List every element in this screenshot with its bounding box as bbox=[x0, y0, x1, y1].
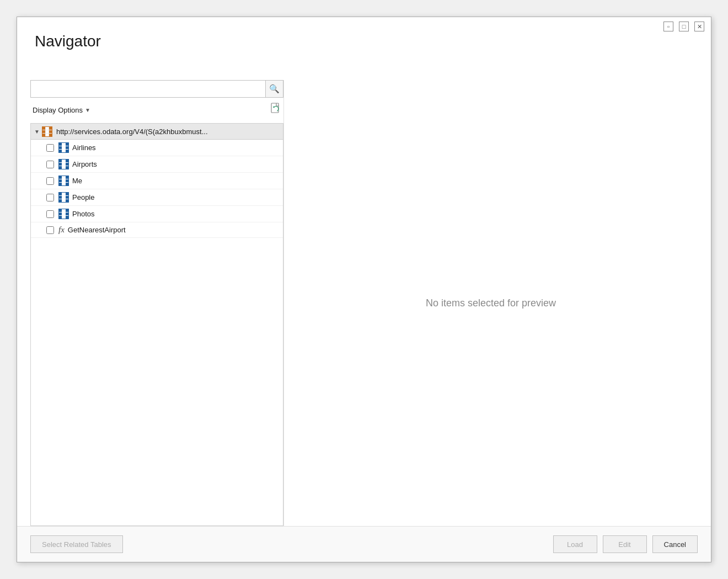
table-icon bbox=[58, 176, 69, 186]
no-preview-text: No items selected for preview bbox=[426, 298, 556, 309]
list-item[interactable]: Airlines bbox=[31, 140, 283, 156]
display-options-label: Display Options bbox=[33, 106, 83, 114]
display-options-button[interactable]: Display Options ▼ bbox=[30, 105, 93, 115]
chevron-down-icon: ▼ bbox=[85, 107, 90, 113]
tree-root-item[interactable]: ▼ http: bbox=[31, 124, 283, 140]
search-icon: 🔍 bbox=[269, 84, 280, 94]
search-button[interactable]: 🔍 bbox=[266, 80, 283, 98]
tree-item-label: People bbox=[72, 193, 94, 201]
table-icon bbox=[58, 209, 69, 219]
footer-right: Load Edit Cancel bbox=[553, 535, 698, 553]
list-item[interactable]: Me bbox=[31, 173, 283, 189]
document-icon bbox=[270, 103, 281, 117]
close-button[interactable]: ✕ bbox=[694, 22, 704, 31]
footer-left: Select Related Tables bbox=[30, 535, 123, 553]
tree-container: ▼ http: bbox=[30, 123, 283, 526]
function-icon: fx bbox=[58, 225, 65, 235]
tree-item-label: Photos bbox=[72, 210, 94, 218]
minimize-button[interactable]: ▫ bbox=[663, 22, 673, 31]
cancel-button[interactable]: Cancel bbox=[652, 535, 698, 553]
page-title: Navigator bbox=[35, 33, 101, 50]
table-icon bbox=[58, 159, 69, 169]
list-item[interactable]: Airports bbox=[31, 156, 283, 173]
list-item[interactable]: People bbox=[31, 189, 283, 206]
title-bar-controls: ▫ □ ✕ bbox=[663, 22, 704, 31]
tree-item-label: GetNearestAirport bbox=[68, 226, 126, 234]
select-related-tables-button[interactable]: Select Related Tables bbox=[30, 535, 123, 553]
title-bar: ▫ □ ✕ bbox=[17, 17, 711, 36]
search-row: 🔍 bbox=[30, 80, 283, 98]
toolbar-row: Display Options ▼ bbox=[30, 102, 283, 118]
left-panel: 🔍 Display Options ▼ bbox=[30, 80, 284, 526]
content-area: 🔍 Display Options ▼ bbox=[17, 80, 711, 526]
maximize-button[interactable]: □ bbox=[679, 22, 689, 31]
edit-button[interactable]: Edit bbox=[603, 535, 647, 553]
table-icon bbox=[58, 192, 69, 203]
file-icon-button[interactable] bbox=[268, 102, 283, 118]
tree-root-label: http://services.odata.org/V4/(S(a2khbuxb… bbox=[56, 128, 208, 136]
tree-item-checkbox-photos[interactable] bbox=[46, 210, 54, 218]
tree-item-checkbox-airports[interactable] bbox=[46, 161, 54, 168]
navigator-window: ▫ □ ✕ Navigator 🔍 Display Options ▼ bbox=[17, 17, 711, 562]
list-item[interactable]: fxGetNearestAirport bbox=[31, 222, 283, 238]
tree-children-container: AirlinesAirportsMePeoplePhotosfxGetNeare… bbox=[31, 140, 283, 238]
load-button[interactable]: Load bbox=[553, 535, 597, 553]
tree-item-checkbox-getnearestairport[interactable] bbox=[46, 226, 54, 234]
tree-item-label: Airlines bbox=[72, 144, 96, 152]
right-panel: No items selected for preview bbox=[284, 80, 698, 526]
tree-item-label: Me bbox=[72, 177, 82, 185]
tree-item-checkbox-people[interactable] bbox=[46, 194, 54, 201]
table-icon-root bbox=[42, 126, 53, 136]
table-icon bbox=[58, 142, 69, 153]
list-item[interactable]: Photos bbox=[31, 206, 283, 222]
tree-item-label: Airports bbox=[72, 160, 97, 168]
tree-item-checkbox-airlines[interactable] bbox=[46, 144, 54, 152]
footer: Select Related Tables Load Edit Cancel bbox=[17, 526, 711, 562]
tree-expand-arrow: ▼ bbox=[34, 129, 40, 135]
search-input[interactable] bbox=[30, 80, 266, 98]
tree-item-checkbox-me[interactable] bbox=[46, 177, 54, 185]
